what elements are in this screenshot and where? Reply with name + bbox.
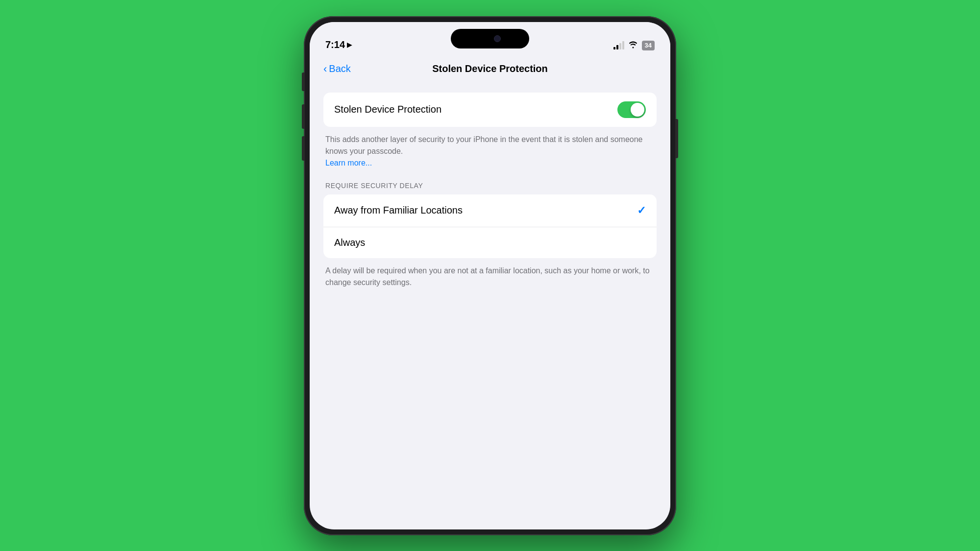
back-button[interactable]: ‹ Back [323,63,351,74]
phone-frame: 7:14 ▶ 34 [304,16,676,535]
stolen-device-protection-toggle[interactable] [617,101,646,118]
power-button[interactable] [675,119,678,158]
signal-bar-4 [622,41,624,49]
protection-description: This adds another layer of security to y… [323,134,657,169]
option-row-always[interactable]: Always [323,227,657,258]
back-chevron-icon: ‹ [323,64,327,74]
signal-bars [613,42,624,49]
description-main-text: This adds another layer of security to y… [325,135,642,155]
dynamic-island [451,29,529,48]
nav-bar: ‹ Back Stolen Device Protection [310,55,670,83]
battery-indicator: 34 [642,41,655,50]
time-label: 7:14 [325,39,345,50]
option-always-label: Always [334,237,365,248]
signal-bar-1 [613,47,615,49]
toggle-knob [631,103,644,117]
signal-bar-3 [619,43,621,49]
location-icon: ▶ [347,41,352,48]
volume-down-button[interactable] [302,136,305,161]
option-row-familiar-locations[interactable]: Away from Familiar Locations ✓ [323,194,657,227]
status-right-group: 34 [613,41,655,50]
silent-switch[interactable] [302,72,305,91]
volume-up-button[interactable] [302,104,305,129]
back-label: Back [329,63,350,74]
bottom-description: A delay will be required when you are no… [323,265,657,288]
toggle-label: Stolen Device Protection [334,104,441,115]
signal-bar-2 [616,45,618,49]
phone-screen: 7:14 ▶ 34 [310,22,670,529]
security-delay-section-header: REQUIRE SECURITY DELAY [325,182,655,190]
wifi-icon [628,41,638,50]
learn-more-link[interactable]: Learn more... [325,159,372,167]
checkmark-icon: ✓ [637,204,646,217]
battery-level: 34 [645,42,652,49]
page-title: Stolen Device Protection [432,63,548,74]
status-time: 7:14 ▶ [325,39,352,50]
front-camera [494,35,501,42]
toggle-card: Stolen Device Protection [323,93,657,127]
option-familiar-locations-label: Away from Familiar Locations [334,205,463,216]
security-delay-options: Away from Familiar Locations ✓ Always [323,194,657,258]
content-area: Stolen Device Protection This adds anoth… [310,83,670,529]
